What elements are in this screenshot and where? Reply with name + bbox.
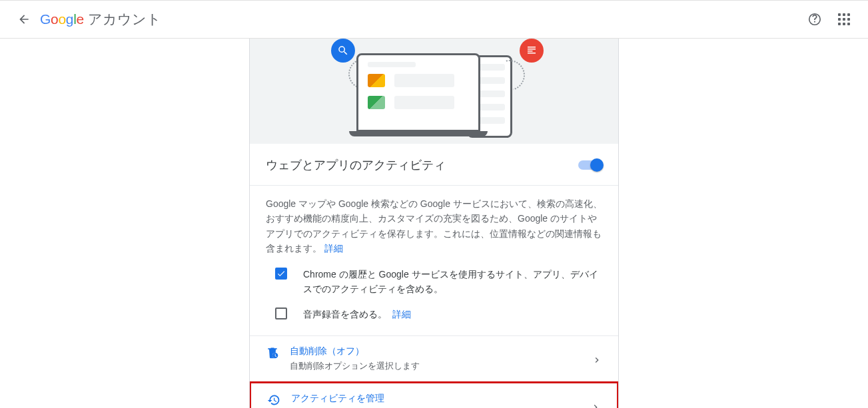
manage-activity-row[interactable]: アクティビティを管理 過去のアクティビティを確認、削除します xyxy=(251,383,617,408)
option-chrome-history-label: Chrome の履歴と Google サービスを使用するサイト、アプリ、デバイス… xyxy=(303,267,602,297)
hero-illustration xyxy=(250,39,618,144)
option-audio-label-wrap: 音声録音を含める。 詳細 xyxy=(303,307,411,321)
main-content: ウェブとアプリのアクティビティ Google マップや Google 検索などの… xyxy=(0,39,868,408)
help-button[interactable] xyxy=(801,6,828,33)
option-chrome-history-row: Chrome の履歴と Google サービスを使用するサイト、アプリ、デバイス… xyxy=(250,259,618,300)
chevron-right-icon xyxy=(590,402,601,408)
history-icon xyxy=(267,393,280,407)
option-audio-label: 音声録音を含める。 xyxy=(303,309,387,319)
description-learn-more-link[interactable]: 詳細 xyxy=(324,243,343,254)
auto-delete-title: 自動削除（オフ） xyxy=(290,345,592,357)
laptop-icon xyxy=(356,53,480,132)
description-text: Google マップや Google 検索などの Google サービスにおいて… xyxy=(266,198,602,254)
document-bubble-icon xyxy=(520,39,544,63)
option-chrome-history-checkbox[interactable] xyxy=(275,268,287,280)
google-account-logo[interactable]: Google アカウント xyxy=(40,10,161,29)
option-audio-row: 音声録音を含める。 詳細 xyxy=(250,299,618,335)
activity-toggle[interactable] xyxy=(578,160,602,170)
back-button[interactable] xyxy=(11,6,37,33)
manage-activity-title: アクティビティを管理 xyxy=(291,393,590,405)
option-audio-checkbox[interactable] xyxy=(275,307,287,319)
section-description: Google マップや Google 検索などの Google サービスにおいて… xyxy=(250,186,618,259)
checkmark-icon xyxy=(276,269,286,278)
chevron-right-icon xyxy=(592,355,602,367)
section-title-row: ウェブとアプリのアクティビティ xyxy=(250,144,618,185)
app-header: Google アカウント xyxy=(0,0,868,39)
web-app-activity-card: ウェブとアプリのアクティビティ Google マップや Google 検索などの… xyxy=(249,39,619,408)
google-logo-text: Google xyxy=(40,11,84,27)
account-label: アカウント xyxy=(88,10,161,29)
help-circle-icon xyxy=(807,12,822,27)
auto-delete-subtitle: 自動削除オプションを選択します xyxy=(290,360,592,372)
manage-activity-highlight: アクティビティを管理 過去のアクティビティを確認、削除します xyxy=(249,381,619,408)
auto-delete-row[interactable]: 自動削除（オフ） 自動削除オプションを選択します xyxy=(250,336,618,381)
apps-button[interactable] xyxy=(831,6,857,33)
apps-grid-icon xyxy=(838,13,850,25)
arrow-left-icon xyxy=(17,13,31,26)
section-title: ウェブとアプリのアクティビティ xyxy=(266,157,578,173)
option-audio-learn-more-link[interactable]: 詳細 xyxy=(392,309,411,319)
auto-delete-icon xyxy=(266,346,279,359)
search-bubble-icon xyxy=(331,39,355,63)
